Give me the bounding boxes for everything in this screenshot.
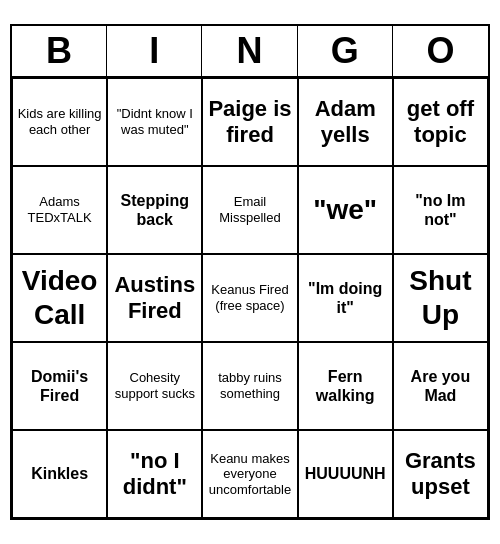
bingo-cell-15: Domii's Fired [12,342,107,430]
bingo-cell-4: get off topic [393,78,488,166]
bingo-grid: Kids are killing each other"Didnt know I… [12,78,488,518]
bingo-cell-11: Austins Fired [107,254,202,342]
bingo-cell-5: Adams TEDxTALK [12,166,107,254]
bingo-letter-g: G [298,26,393,76]
bingo-letter-o: O [393,26,488,76]
bingo-cell-2: Paige is fired [202,78,297,166]
bingo-card: BINGO Kids are killing each other"Didnt … [10,24,490,520]
bingo-cell-17: tabby ruins something [202,342,297,430]
bingo-header: BINGO [12,26,488,78]
bingo-letter-n: N [202,26,297,76]
bingo-cell-16: Cohesity support sucks [107,342,202,430]
bingo-cell-18: Fern walking [298,342,393,430]
bingo-cell-9: "no Im not" [393,166,488,254]
bingo-cell-22: Keanu makes everyone uncomfortable [202,430,297,518]
bingo-cell-1: "Didnt know I was muted" [107,78,202,166]
bingo-cell-10: Video Call [12,254,107,342]
bingo-cell-21: "no I didnt" [107,430,202,518]
bingo-cell-24: Grants upset [393,430,488,518]
bingo-cell-20: Kinkles [12,430,107,518]
bingo-cell-23: HUUUUNH [298,430,393,518]
bingo-cell-13: "Im doing it" [298,254,393,342]
bingo-letter-i: I [107,26,202,76]
bingo-cell-3: Adam yells [298,78,393,166]
bingo-cell-6: Stepping back [107,166,202,254]
bingo-cell-7: Email Misspelled [202,166,297,254]
bingo-cell-14: Shut Up [393,254,488,342]
bingo-cell-8: "we" [298,166,393,254]
bingo-cell-19: Are you Mad [393,342,488,430]
bingo-cell-12: Keanus Fired (free space) [202,254,297,342]
bingo-letter-b: B [12,26,107,76]
bingo-cell-0: Kids are killing each other [12,78,107,166]
